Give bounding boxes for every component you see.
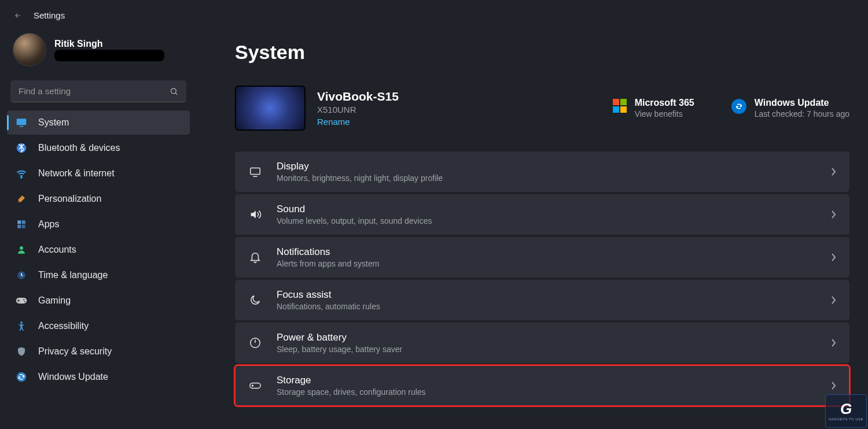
sidebar-item-apps[interactable]: Apps (7, 212, 190, 236)
watermark: G GADGETS TO USE (825, 394, 867, 428)
device-model: X510UNR (317, 105, 399, 114)
svg-rect-18 (250, 383, 260, 388)
sidebar: Ritik Singh System Bluetooth & devices N… (0, 31, 197, 429)
globe-clock-icon (15, 269, 28, 282)
svg-point-0 (171, 88, 176, 94)
sidebar-item-label: Windows Update (38, 372, 108, 382)
back-arrow-icon[interactable] (14, 12, 22, 20)
sidebar-item-label: Accounts (38, 245, 76, 255)
promo-subtitle: View benefits (635, 109, 694, 119)
apps-icon (15, 218, 28, 231)
chevron-right-icon (831, 253, 837, 261)
svg-rect-8 (22, 225, 25, 228)
svg-point-15 (17, 372, 27, 382)
svg-point-14 (20, 321, 23, 324)
watermark-text: GADGETS TO USE (829, 417, 863, 421)
user-email-redacted (54, 50, 164, 61)
sidebar-item-gaming[interactable]: Gaming (7, 289, 190, 313)
sidebar-item-label: Network & internet (38, 168, 115, 179)
card-display[interactable]: DisplayMonitors, brightness, night light… (235, 151, 849, 192)
card-title: Display (277, 161, 817, 172)
svg-rect-2 (20, 126, 24, 127)
search-icon (170, 87, 178, 96)
sidebar-item-label: Accessibility (38, 321, 89, 331)
card-power-battery[interactable]: Power & batterySleep, battery usage, bat… (235, 323, 849, 363)
device-wallpaper-thumbnail (235, 86, 306, 131)
watermark-logo: G (840, 401, 852, 416)
card-storage[interactable]: StorageStorage space, drives, configurat… (235, 365, 849, 406)
microsoft-logo-icon (613, 99, 627, 113)
card-sound[interactable]: SoundVolume levels, output, input, sound… (235, 194, 849, 235)
sidebar-item-system[interactable]: System (7, 110, 190, 135)
card-title: Notifications (277, 246, 817, 258)
card-desc: Storage space, drives, configuration rul… (277, 387, 817, 397)
search-box (10, 80, 186, 102)
settings-cards: DisplayMonitors, brightness, night light… (235, 151, 849, 406)
chevron-right-icon (831, 382, 837, 390)
moon-icon (249, 294, 263, 306)
chevron-right-icon (831, 168, 837, 176)
card-title: Storage (277, 375, 817, 386)
svg-rect-5 (17, 220, 21, 224)
gamepad-icon (15, 294, 28, 307)
sidebar-item-accounts[interactable]: Accounts (7, 238, 190, 262)
wifi-icon (15, 167, 28, 180)
sidebar-item-network[interactable]: Network & internet (7, 161, 190, 186)
svg-point-4 (21, 177, 22, 178)
accessibility-icon (15, 320, 28, 332)
window-header: Settings (0, 0, 868, 31)
promo-subtitle: Last checked: 7 hours ago (755, 109, 849, 119)
sidebar-item-label: Bluetooth & devices (38, 143, 120, 153)
sidebar-item-personalization[interactable]: Personalization (7, 187, 190, 211)
page-title: System (235, 41, 849, 64)
app-title: Settings (34, 10, 65, 20)
sync-icon (731, 99, 746, 114)
user-name: Ritik Singh (54, 39, 164, 49)
search-input[interactable] (10, 80, 186, 102)
card-focus-assist[interactable]: Focus assistNotifications, automatic rul… (235, 280, 849, 320)
bluetooth-icon (15, 142, 28, 154)
sidebar-item-time-language[interactable]: Time & language (7, 263, 190, 287)
sound-icon (249, 208, 263, 221)
sidebar-item-windows-update[interactable]: Windows Update (7, 365, 190, 389)
card-desc: Volume levels, output, input, sound devi… (277, 216, 817, 225)
sidebar-item-label: Gaming (38, 295, 71, 306)
card-desc: Sleep, battery usage, battery saver (277, 345, 817, 354)
person-icon (15, 243, 28, 256)
monitor-icon (15, 116, 28, 129)
svg-point-12 (23, 299, 25, 301)
promo-windows-update[interactable]: Windows Update Last checked: 7 hours ago (731, 98, 849, 119)
svg-point-19 (252, 385, 253, 386)
chevron-right-icon (831, 296, 837, 304)
sidebar-item-label: Time & language (38, 270, 108, 280)
promo-title: Microsoft 365 (635, 98, 694, 108)
paintbrush-icon (15, 193, 28, 205)
chevron-right-icon (831, 339, 837, 347)
sync-icon (15, 371, 28, 383)
user-block[interactable]: Ritik Singh (7, 31, 190, 77)
device-name: VivoBook-S15 (317, 90, 399, 103)
svg-rect-6 (22, 220, 25, 224)
power-icon (249, 336, 263, 349)
sidebar-item-bluetooth[interactable]: Bluetooth & devices (7, 136, 190, 160)
avatar (13, 33, 46, 66)
sidebar-item-privacy[interactable]: Privacy & security (7, 339, 190, 364)
card-desc: Notifications, automatic rules (277, 302, 817, 311)
sidebar-item-label: Apps (38, 219, 59, 230)
rename-link[interactable]: Rename (317, 117, 399, 127)
svg-point-9 (20, 246, 23, 250)
svg-rect-16 (251, 168, 260, 175)
sidebar-item-accessibility[interactable]: Accessibility (7, 314, 190, 338)
svg-rect-1 (17, 119, 27, 125)
card-title: Focus assist (277, 289, 817, 301)
shield-icon (15, 345, 28, 358)
svg-point-13 (24, 301, 26, 302)
nav: System Bluetooth & devices Network & int… (7, 110, 190, 389)
promo-microsoft-365[interactable]: Microsoft 365 View benefits (613, 98, 694, 119)
card-title: Power & battery (277, 332, 817, 343)
storage-icon (249, 382, 263, 390)
main-panel: System VivoBook-S15 X510UNR Rename Micro… (197, 31, 868, 429)
card-notifications[interactable]: NotificationsAlerts from apps and system (235, 237, 849, 278)
promo-title: Windows Update (755, 98, 849, 108)
card-desc: Alerts from apps and system (277, 259, 817, 268)
